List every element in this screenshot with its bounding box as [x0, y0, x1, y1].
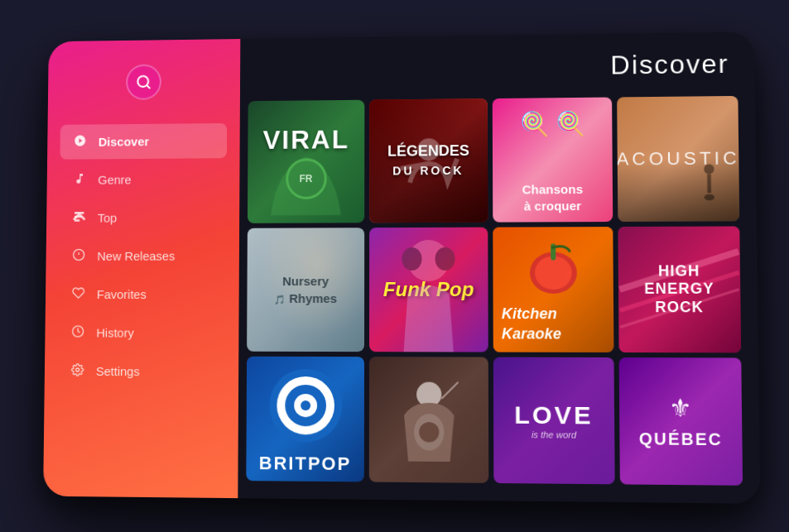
grid-item-kitchen[interactable]: KitchenKaraoke — [493, 227, 613, 352]
nav-menu: Discover Genre — [44, 122, 239, 389]
sidebar: Discover Genre — [43, 39, 240, 498]
sidebar-item-top[interactable]: Top — [59, 199, 226, 235]
genre-icon — [72, 172, 87, 188]
kitchen-text: KitchenKaraoke — [501, 304, 560, 343]
main-content: Discover VIRAL FR — [238, 31, 760, 503]
search-icon — [135, 74, 151, 90]
grid-item-acoustic[interactable]: ACOUSTIC — [617, 95, 739, 221]
history-icon — [70, 324, 85, 340]
svg-rect-12 — [707, 174, 711, 193]
grid-item-love[interactable]: LOVE is the word — [493, 357, 614, 484]
sidebar-item-favorites[interactable]: Favorites — [58, 276, 226, 312]
new-releases-icon — [71, 248, 86, 264]
top-label: Top — [97, 210, 117, 224]
favorites-label: Favorites — [96, 287, 146, 301]
grid-item-chansons[interactable]: 🍭 🍭 Chansonsà croquer — [492, 97, 612, 222]
sidebar-item-genre[interactable]: Genre — [59, 161, 226, 197]
svg-rect-2 — [74, 211, 84, 213]
settings-label: Settings — [95, 364, 139, 378]
svg-point-10 — [416, 138, 439, 161]
grid-container: VIRAL FR — [238, 87, 760, 503]
favorites-icon — [70, 286, 85, 302]
grid-item-britpop[interactable]: BRITPOP — [246, 356, 364, 482]
svg-line-31 — [440, 381, 457, 398]
page-title: Discover — [610, 48, 729, 80]
new-releases-label: New Releases — [97, 248, 175, 262]
sidebar-item-history[interactable]: History — [57, 314, 225, 350]
sidebar-item-settings[interactable]: Settings — [57, 353, 225, 389]
grid-item-viral[interactable]: VIRAL FR — [247, 99, 363, 223]
svg-line-1 — [147, 84, 150, 88]
settings-icon — [70, 363, 84, 379]
device-frame: Discover Genre — [43, 31, 760, 503]
sidebar-item-new-releases[interactable]: New Releases — [58, 237, 226, 273]
chansons-text: Chansonsà croquer — [522, 180, 583, 213]
love-text: LOVE — [514, 400, 594, 429]
grid-item-nursery[interactable]: Nursery🎵 Rhymes — [247, 228, 364, 352]
sidebar-item-discover[interactable]: Discover — [60, 122, 227, 159]
discover-label: Discover — [98, 134, 148, 148]
quebec-text: QUÉBEC — [638, 429, 722, 448]
grid-item-banjo[interactable] — [368, 357, 488, 483]
app-container: Discover Genre — [43, 31, 760, 503]
grid-item-legendes[interactable]: LÉGENDESDU ROCK — [369, 98, 488, 223]
svg-point-11 — [704, 164, 714, 174]
header: Discover — [239, 31, 754, 93]
svg-rect-19 — [550, 243, 555, 260]
love-subtitle: is the word — [531, 429, 575, 440]
svg-point-15 — [402, 247, 421, 270]
grid-item-highenergy[interactable]: HIGHENERGYROCK — [618, 226, 741, 352]
britpop-text: BRITPOP — [258, 453, 350, 475]
discover-icon — [72, 134, 87, 150]
history-label: History — [96, 325, 134, 339]
genre-label: Genre — [98, 172, 131, 186]
svg-point-13 — [704, 194, 714, 200]
nursery-text: Nursery🎵 Rhymes — [274, 272, 337, 307]
search-button[interactable] — [126, 64, 161, 99]
grid-item-quebec[interactable]: ⚜ QUÉBEC — [618, 357, 742, 486]
music-grid: VIRAL FR — [246, 95, 743, 494]
svg-point-9 — [75, 367, 79, 371]
highenergy-text: HIGHENERGYROCK — [643, 261, 714, 316]
grid-item-funk[interactable]: Funk Pop — [368, 227, 488, 352]
top-icon — [71, 210, 86, 226]
